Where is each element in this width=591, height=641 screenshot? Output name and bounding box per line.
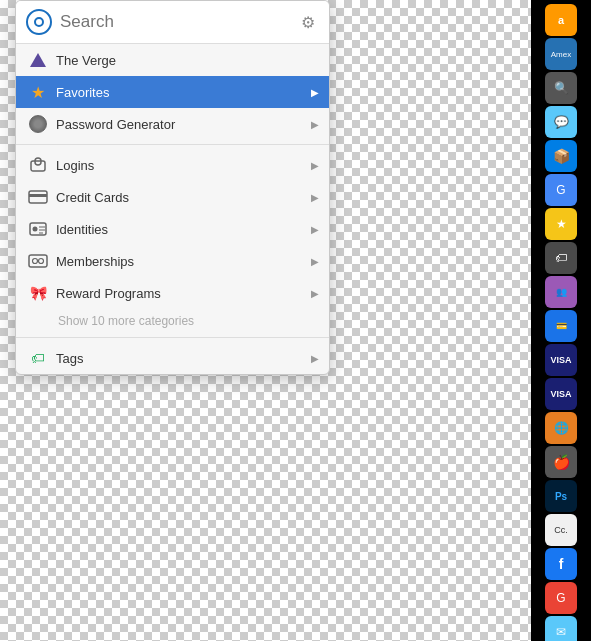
id-svg bbox=[29, 220, 47, 238]
credit-cards-chevron: ▶ bbox=[311, 192, 319, 203]
credit-cards-label: Credit Cards bbox=[56, 190, 311, 205]
app-icon-apple[interactable]: 🍎 bbox=[545, 446, 577, 478]
divider-2 bbox=[16, 337, 329, 338]
identities-icon bbox=[28, 219, 48, 239]
favorites-item[interactable]: ★ Favorites ▶ bbox=[16, 76, 329, 108]
show-more-label: Show 10 more categories bbox=[58, 314, 194, 328]
the-verge-item[interactable]: The Verge bbox=[16, 44, 329, 76]
password-gen-chevron: ▶ bbox=[311, 119, 319, 130]
onepassword-icon bbox=[26, 9, 52, 35]
app-icon-google[interactable]: G bbox=[545, 174, 577, 206]
onepassword-icon-inner bbox=[34, 17, 44, 27]
bow-icon: 🎀 bbox=[30, 285, 47, 301]
app-icon-amazon[interactable]: a bbox=[545, 4, 577, 36]
verge-triangle bbox=[30, 53, 46, 67]
password-generator-icon bbox=[28, 114, 48, 134]
svg-point-11 bbox=[39, 259, 44, 264]
app-icon-cc[interactable]: Cc. bbox=[545, 514, 577, 546]
app-icon-fb[interactable]: f bbox=[545, 548, 577, 580]
tag-icon: 🏷 bbox=[31, 350, 45, 366]
memberships-icon bbox=[28, 251, 48, 271]
search-bar: ⚙ bbox=[16, 1, 329, 44]
membership-svg bbox=[28, 254, 48, 268]
divider-1 bbox=[16, 144, 329, 145]
reward-programs-chevron: ▶ bbox=[311, 288, 319, 299]
tags-label: Tags bbox=[56, 351, 311, 366]
app-icon-msg[interactable]: ✉ bbox=[545, 616, 577, 641]
show-more-categories[interactable]: Show 10 more categories bbox=[16, 309, 329, 333]
app-icon-tag[interactable]: 🏷 bbox=[545, 242, 577, 274]
logins-svg bbox=[29, 156, 47, 174]
svg-rect-0 bbox=[31, 161, 45, 171]
dropdown-menu: ⚙ The Verge ★ Favorites ▶ Password Gener… bbox=[15, 0, 330, 375]
verge-icon bbox=[28, 50, 48, 70]
app-icon-g2[interactable]: G bbox=[545, 582, 577, 614]
app-icon-yellow[interactable]: ★ bbox=[545, 208, 577, 240]
app-icon-blue2[interactable]: 💳 bbox=[545, 310, 577, 342]
reward-programs-label: Reward Programs bbox=[56, 286, 311, 301]
reward-programs-item[interactable]: 🎀 Reward Programs ▶ bbox=[16, 277, 329, 309]
password-generator-label: Password Generator bbox=[56, 117, 311, 132]
logins-icon bbox=[28, 155, 48, 175]
app-icon-chat[interactable]: 💬 bbox=[545, 106, 577, 138]
credit-cards-item[interactable]: Credit Cards ▶ bbox=[16, 181, 329, 213]
svg-rect-3 bbox=[29, 194, 47, 197]
credit-card-svg bbox=[28, 190, 48, 204]
memberships-item[interactable]: Memberships ▶ bbox=[16, 245, 329, 277]
tags-icon: 🏷 bbox=[28, 348, 48, 368]
star-icon: ★ bbox=[31, 83, 45, 102]
favorites-chevron: ▶ bbox=[311, 87, 319, 98]
logins-chevron: ▶ bbox=[311, 160, 319, 171]
credit-cards-icon bbox=[28, 187, 48, 207]
verge-label: The Verge bbox=[56, 53, 116, 68]
tags-item[interactable]: 🏷 Tags ▶ bbox=[16, 342, 329, 374]
identities-chevron: ▶ bbox=[311, 224, 319, 235]
right-panel: aAmex🔍💬📦G★🏷👥💳VISAVISA🌐🍎PsCc.fG✉💵👤👤MC📊 bbox=[531, 0, 591, 641]
app-icon-orange[interactable]: 🌐 bbox=[545, 412, 577, 444]
app-icon-visa2[interactable]: VISA bbox=[545, 378, 577, 410]
app-icon-purple[interactable]: 👥 bbox=[545, 276, 577, 308]
password-generator-item[interactable]: Password Generator ▶ bbox=[16, 108, 329, 140]
app-icon-amex[interactable]: Amex bbox=[545, 38, 577, 70]
reward-programs-icon: 🎀 bbox=[28, 283, 48, 303]
favorites-label: Favorites bbox=[56, 85, 311, 100]
app-icon-ps[interactable]: Ps bbox=[545, 480, 577, 512]
pg-circle-icon bbox=[29, 115, 47, 133]
gear-icon: ⚙ bbox=[301, 13, 315, 32]
identities-item[interactable]: Identities ▶ bbox=[16, 213, 329, 245]
svg-rect-4 bbox=[30, 223, 46, 235]
app-icon-visa[interactable]: VISA bbox=[545, 344, 577, 376]
logins-label: Logins bbox=[56, 158, 311, 173]
gear-button[interactable]: ⚙ bbox=[297, 11, 319, 33]
tags-chevron: ▶ bbox=[311, 353, 319, 364]
app-icon-dropbox[interactable]: 📦 bbox=[545, 140, 577, 172]
memberships-chevron: ▶ bbox=[311, 256, 319, 267]
svg-point-5 bbox=[33, 227, 38, 232]
favorites-icon: ★ bbox=[28, 82, 48, 102]
memberships-label: Memberships bbox=[56, 254, 311, 269]
identities-label: Identities bbox=[56, 222, 311, 237]
logins-item[interactable]: Logins ▶ bbox=[16, 149, 329, 181]
search-input[interactable] bbox=[60, 12, 297, 32]
svg-point-10 bbox=[33, 259, 38, 264]
app-icon-magnifier[interactable]: 🔍 bbox=[545, 72, 577, 104]
